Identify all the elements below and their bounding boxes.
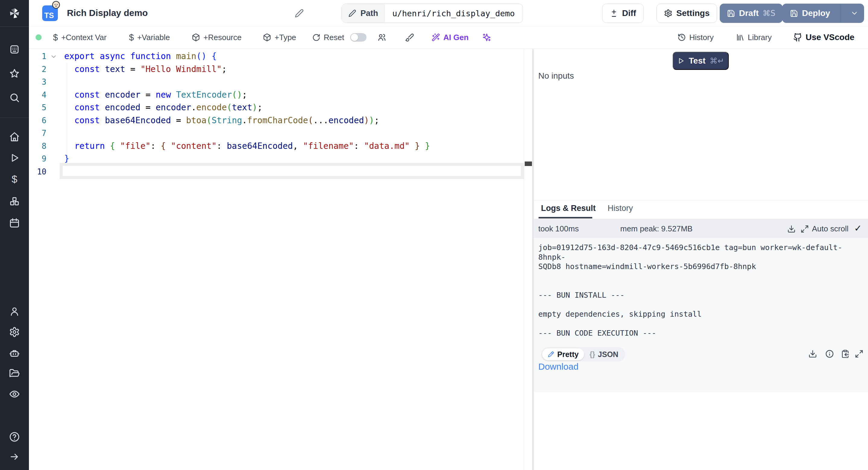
download-result-icon[interactable] (808, 349, 817, 358)
diff-mode-toggle[interactable] (350, 33, 367, 41)
copy-result-icon[interactable] (841, 349, 849, 358)
code-line[interactable]: const text = "Hello Windmill"; (64, 63, 430, 76)
download-logs-icon[interactable] (787, 225, 796, 233)
code-line[interactable]: const encoded = encoder.encode(text); (64, 101, 430, 114)
add-type-label: +Type (275, 33, 296, 42)
json-view-button[interactable]: {} JSON (584, 350, 624, 359)
info-icon[interactable] (825, 349, 834, 358)
brush-icon (405, 33, 414, 42)
duration-text: took 100ms (538, 224, 579, 233)
gear-icon (664, 9, 673, 18)
code-line[interactable] (64, 127, 430, 140)
sidebar-item-help[interactable] (8, 430, 21, 443)
auto-scroll-label[interactable]: Auto scroll (812, 224, 848, 233)
sidebar-item-home[interactable] (8, 130, 21, 144)
auto-scroll-checkbox[interactable]: ✓ (854, 223, 862, 233)
code-line[interactable] (64, 75, 430, 89)
sidebar-item-search[interactable] (8, 91, 21, 104)
code-line[interactable] (64, 165, 430, 178)
windmill-logo-icon[interactable] (8, 7, 21, 20)
path-label: Path (361, 9, 378, 18)
line-number: 9 (29, 152, 46, 165)
ai-gen-button[interactable]: AI Gen (432, 27, 469, 48)
code-line[interactable]: const base64Encoded = btoa(String.fromCh… (64, 114, 430, 127)
add-type-button[interactable]: +Type (263, 27, 296, 48)
draft-label: Draft (739, 8, 758, 18)
code-line[interactable]: const encoder = new TextEncoder(); (64, 89, 430, 101)
code-line[interactable]: export async function main() { (64, 50, 430, 63)
deploy-label: Deploy (802, 8, 830, 18)
use-vscode-button[interactable]: Use VScode (793, 27, 855, 48)
fold-chevron-icon[interactable] (50, 53, 57, 60)
draft-shortcut: ⌘S (763, 9, 775, 18)
page-title: Rich Display demo (67, 8, 148, 18)
top-bar: TS Rich Display demo Path u/henri/rich_d… (29, 0, 868, 27)
deploy-button[interactable]: Deploy (782, 4, 864, 23)
save-icon (727, 9, 735, 18)
diff-button[interactable]: Diff (602, 4, 644, 23)
play-icon (677, 57, 684, 64)
sidebar-expand-icon[interactable] (8, 450, 21, 463)
ai-sparkles-button[interactable] (482, 27, 491, 48)
format-button[interactable] (405, 27, 414, 48)
sidebar-item-apps[interactable] (8, 43, 21, 56)
settings-button[interactable]: Settings (656, 4, 717, 23)
windmill-script-editor: $ TS Rich Display demo Path u/henri/rich… (0, 0, 868, 470)
log-output[interactable]: job=01912d75-163d-8204-47c9-5469c516cb1e… (534, 238, 868, 392)
add-context-var-label: +Context Var (61, 33, 107, 42)
path-field[interactable]: Path u/henri/rich_display_demo (341, 4, 523, 23)
add-variable-button[interactable]: $ +Variable (129, 27, 170, 48)
add-resource-button[interactable]: +Resource (192, 27, 241, 48)
add-context-var-button[interactable]: $ +Context Var (53, 27, 107, 48)
sidebar-item-settings[interactable] (8, 325, 21, 339)
download-result-link[interactable]: Download (538, 362, 578, 372)
pretty-view-button[interactable]: Pretty (542, 348, 584, 361)
path-label-section: Path (342, 4, 384, 23)
memory-peak-text: mem peak: 9.527MB (620, 224, 692, 233)
sidebar-divider (0, 118, 29, 118)
path-value[interactable]: u/henri/rich_display_demo (384, 4, 523, 23)
line-number-gutter: 12345678910 (29, 50, 46, 178)
dollar-icon: $ (129, 33, 134, 42)
test-button[interactable]: Test ⌘↵ (673, 52, 729, 70)
deploy-main[interactable]: Deploy (782, 4, 837, 23)
reset-label: Reset (324, 33, 344, 42)
sidebar-item-folders[interactable] (8, 367, 21, 380)
sidebar-item-resources[interactable] (8, 195, 21, 208)
pencil-icon (348, 9, 356, 17)
dollar-icon: $ (53, 33, 58, 42)
deploy-dropdown[interactable] (845, 4, 864, 23)
no-inputs-text: No inputs (538, 71, 574, 81)
chevron-down-icon (850, 9, 858, 17)
expand-result-icon[interactable] (855, 349, 864, 358)
sidebar-item-audit-logs[interactable] (8, 387, 21, 401)
expand-logs-icon[interactable] (801, 225, 809, 233)
sidebar-item-user[interactable] (8, 305, 21, 318)
code-content[interactable]: export async function main() { const tex… (64, 50, 430, 178)
test-label: Test (689, 56, 706, 66)
edit-title-icon[interactable] (294, 8, 305, 19)
draft-button[interactable]: Draft ⌘S (720, 4, 783, 23)
pretty-label: Pretty (557, 350, 579, 359)
sidebar-item-runs[interactable] (8, 151, 21, 164)
sidebar-item-workers[interactable] (8, 346, 21, 360)
history-button[interactable]: History (678, 27, 714, 48)
sidebar-item-variables[interactable]: $ (8, 173, 21, 186)
library-button[interactable]: Library (736, 27, 772, 48)
tab-history[interactable]: History (608, 203, 633, 213)
code-line[interactable]: } (64, 152, 430, 165)
reset-button[interactable]: Reset (312, 27, 344, 48)
sidebar-item-schedules[interactable] (8, 216, 21, 229)
editor-toolbar: $ +Context Var $ +Variable +Resource +Ty… (29, 27, 868, 49)
code-line[interactable]: return { "file": { "content": base64Enco… (64, 140, 430, 153)
line-number: 2 (29, 63, 46, 76)
ai-gen-label: AI Gen (443, 33, 469, 42)
tab-logs-result[interactable]: Logs & Result (541, 203, 596, 213)
code-editor[interactable]: 12345678910 export async function main()… (29, 49, 532, 470)
log-lines: job=01912d75-163d-8204-47c9-5469c516cb1e… (538, 243, 864, 338)
braces-icon: {} (590, 350, 595, 358)
sidebar-item-favorites[interactable] (8, 67, 21, 80)
collaborators-button[interactable] (377, 27, 386, 48)
add-resource-label: +Resource (204, 33, 241, 42)
line-number: 6 (29, 114, 46, 127)
